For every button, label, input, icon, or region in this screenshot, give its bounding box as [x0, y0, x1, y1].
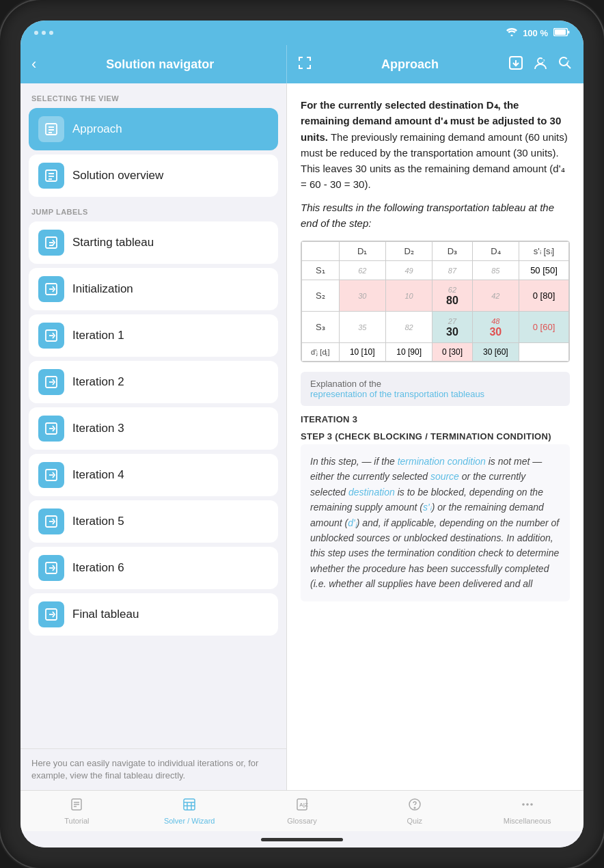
svg-rect-2: [555, 29, 566, 35]
table-row: S₁ 62 49 87 85 50 [50]: [302, 261, 569, 280]
explanation-box: Explanation of the representation of the…: [301, 372, 570, 406]
glossary-label: Glossary: [287, 817, 316, 825]
main-content: SELECTING THE VIEW Approach: [20, 83, 584, 790]
tab-solver-wizard[interactable]: Solver / Wizard: [133, 791, 246, 831]
sidebar-item-iteration-2[interactable]: Iteration 2: [29, 361, 278, 403]
iteration-2-label: Iteration 2: [72, 375, 124, 389]
nav-left-title: Solution navigator: [44, 57, 275, 72]
status-right: 100 %: [506, 28, 570, 38]
sidebar-item-iteration-5[interactable]: Iteration 5: [29, 500, 278, 543]
cell-s1-d2: 49: [385, 261, 432, 280]
tab-quiz[interactable]: Quiz: [358, 791, 471, 831]
iteration-4-icon: [38, 462, 64, 488]
svg-point-8: [560, 57, 568, 66]
nav-left: ‹ Solution navigator: [20, 45, 287, 83]
content-area[interactable]: For the currently selected destination D…: [287, 83, 584, 790]
cell-s1-d1: 62: [339, 261, 385, 280]
expand-icon[interactable]: [298, 56, 312, 73]
solver-icon: [182, 798, 196, 815]
sidebar-scroll[interactable]: SELECTING THE VIEW Approach: [20, 83, 286, 748]
iteration-label-2: STEP 3 (CHECK BLOCKING / TERMINATION CON…: [301, 431, 570, 442]
sidebar-item-starting-tableau[interactable]: Starting tableau: [29, 221, 278, 264]
back-button[interactable]: ‹: [31, 55, 36, 73]
iteration-6-label: Iteration 6: [72, 561, 124, 575]
cell-s1-supply: 50 [50]: [519, 261, 569, 280]
svg-text:+: +: [567, 59, 569, 63]
row-s2-label: S₂: [302, 280, 340, 312]
col-d2: D₂: [385, 242, 432, 261]
battery-label: 100 %: [523, 28, 548, 38]
starting-tableau-icon: [38, 230, 64, 256]
final-tableau-icon: [38, 601, 64, 627]
person-icon[interactable]: ?: [533, 55, 548, 74]
iteration-1-icon: [38, 323, 64, 349]
battery-icon: [553, 28, 570, 38]
solver-label: Solver / Wizard: [164, 817, 215, 825]
explanation-link[interactable]: representation of the transportation tab…: [310, 389, 484, 399]
approach-label: Approach: [72, 122, 122, 136]
sidebar-item-iteration-1[interactable]: Iteration 1: [29, 314, 278, 357]
starting-tableau-label: Starting tableau: [72, 236, 154, 249]
sidebar-item-iteration-3[interactable]: Iteration 3: [29, 407, 278, 450]
desc-box: In this step, — if the termination condi…: [301, 444, 570, 601]
main-normal-text: The previously remaining demand amount (…: [301, 131, 568, 191]
table-row: S₂ 30 10 62 80 42 0 [80]: [302, 280, 569, 312]
svg-point-43: [530, 803, 533, 806]
svg-rect-32: [184, 799, 195, 810]
cell-s2-d2: 10: [385, 280, 432, 312]
nav-right: Approach ?: [287, 45, 584, 83]
si-link[interactable]: s'ᵢ: [423, 502, 432, 513]
col-d3: D₃: [433, 242, 472, 261]
cell-s3-d4: 48 30: [472, 312, 519, 343]
desc-em-not: not: [498, 456, 511, 467]
sidebar-item-iteration-4[interactable]: Iteration 4: [29, 454, 278, 496]
cell-s1-d4: 85: [472, 261, 519, 280]
demand-supply-empty: [519, 343, 569, 362]
row-s1-label: S₁: [302, 261, 340, 280]
tab-glossary[interactable]: A|Z Glossary: [246, 791, 359, 831]
iteration-6-icon: [38, 555, 64, 581]
sidebar-item-iteration-6[interactable]: Iteration 6: [29, 547, 278, 589]
sidebar-item-solution-overview[interactable]: Solution overview: [29, 154, 278, 197]
iteration-2-icon: [38, 369, 64, 395]
sidebar-item-approach[interactable]: Approach: [29, 108, 278, 150]
source-link[interactable]: source: [430, 471, 459, 482]
iteration-3-label: Iteration 3: [72, 422, 124, 435]
iteration-label-1: ITERATION 3: [301, 414, 570, 424]
svg-text:?: ?: [543, 59, 545, 63]
tab-miscellaneous[interactable]: Miscellaneous: [471, 791, 584, 831]
italic-intro: This results in the following transporta…: [301, 200, 570, 232]
tab-tutorial[interactable]: Tutorial: [20, 791, 133, 831]
col-d1: D₁: [339, 242, 385, 261]
cell-s2-supply: 0 [80]: [519, 280, 569, 312]
solution-overview-label: Solution overview: [72, 169, 163, 182]
svg-point-42: [526, 803, 529, 806]
table-row: d'ⱼ [dⱼ] 10 [10] 10 [90] 0 [30] 30 [60]: [302, 343, 569, 362]
download-icon[interactable]: [508, 55, 523, 74]
cell-s3-d2: 82: [385, 312, 432, 343]
status-dots: [34, 31, 53, 35]
dj-link[interactable]: d'ⱼ: [348, 517, 356, 528]
sidebar-item-initialization[interactable]: Initialization: [29, 268, 278, 310]
device-frame: 100 % ‹ Solution navigator: [0, 0, 604, 868]
demand-d3: 0 [30]: [433, 343, 472, 362]
nav-page-title: Approach: [381, 57, 439, 72]
svg-text:A|Z: A|Z: [299, 802, 308, 808]
transport-table: D₁ D₂ D₃ D₄ s'ᵢ [sᵢ] S₁ 62: [301, 241, 570, 362]
cell-s1-d3: 87: [433, 261, 472, 280]
device-screen: 100 % ‹ Solution navigator: [20, 21, 584, 847]
iteration-5-label: Iteration 5: [72, 515, 124, 528]
main-paragraph: For the currently selected destination D…: [301, 97, 570, 193]
col-empty: [302, 242, 340, 261]
iteration-1-label: Iteration 1: [72, 329, 124, 342]
iteration-3-icon: [38, 416, 64, 442]
home-bar: [261, 838, 343, 841]
termination-condition-link[interactable]: termination condition: [398, 456, 486, 467]
destination-link[interactable]: destination: [348, 487, 395, 498]
nav-icons: ? +: [508, 55, 573, 74]
search-icon[interactable]: +: [558, 55, 573, 74]
svg-point-0: [511, 34, 513, 36]
sidebar-item-final-tableau[interactable]: Final tableau: [29, 593, 278, 636]
cell-s2-d3: 62 80: [433, 280, 472, 312]
desc-text-1: In this step, — if the: [310, 456, 398, 467]
